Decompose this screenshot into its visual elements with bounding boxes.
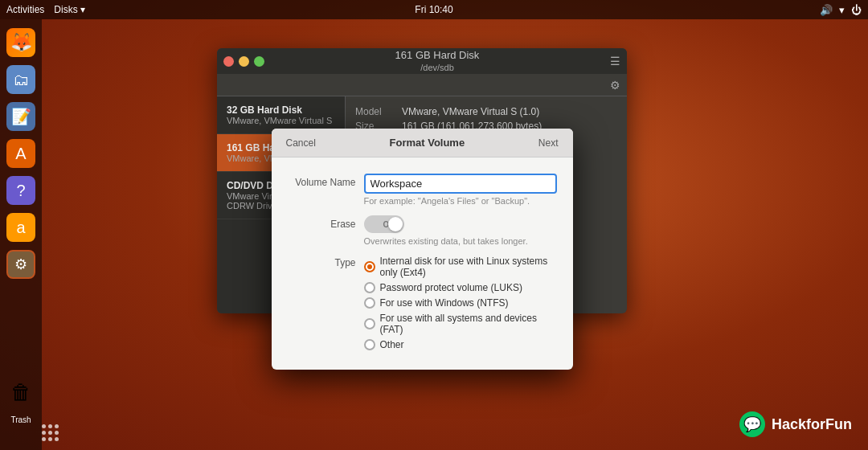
toggle-knob (388, 217, 403, 231)
disks-menu-button[interactable]: Disks ▾ (54, 4, 85, 15)
volume-name-input[interactable] (364, 174, 557, 194)
sidebar-item-help[interactable]: ? (4, 174, 38, 207)
sidebar-item-appstore[interactable]: A (4, 137, 38, 170)
type-option-ntfs[interactable]: For use with Windows (NTFS) (364, 297, 557, 309)
volume-icon[interactable]: 🔊 (820, 4, 833, 16)
wechat-icon: 💬 (739, 411, 765, 437)
volume-name-hint: For example: "Angela's Files" or "Backup… (364, 196, 557, 206)
sidebar-item-text-editor[interactable]: 📝 (4, 100, 38, 133)
sidebar-item-firefox[interactable]: 🦊 (4, 26, 38, 59)
erase-content: OFF Overwrites existing data, but takes … (364, 215, 557, 246)
radio-fat (364, 318, 375, 329)
sidebar-item-disk-utility[interactable]: ⚙ (4, 248, 38, 281)
dialog-title: Format Volume (321, 137, 534, 149)
sidebar-item-amazon[interactable]: a (4, 211, 38, 244)
erase-hint: Overwrites existing data, but takes long… (364, 236, 557, 246)
volume-name-content: For example: "Angela's Files" or "Backup… (364, 174, 557, 206)
type-label: Type (288, 256, 364, 268)
type-row: Type Internal disk for use with Linux sy… (288, 256, 557, 350)
activities-button[interactable]: Activities (6, 4, 44, 15)
next-button[interactable]: Next (534, 136, 563, 150)
network-icon[interactable]: ▾ (839, 4, 845, 16)
type-option-luks[interactable]: Password protect volume (LUKS) (364, 282, 557, 293)
type-radio-group: Internal disk for use with Linux systems… (364, 256, 557, 350)
radio-ntfs (364, 297, 375, 309)
cancel-button[interactable]: Cancel (281, 136, 321, 150)
trash-label: Trash (10, 415, 31, 424)
datetime-label: Fri 10:40 (415, 4, 452, 15)
app-grid-button[interactable] (42, 424, 61, 444)
watermark: 💬 HackforFun (739, 411, 852, 437)
dialog-body: Volume Name For example: "Angela's Files… (272, 158, 573, 370)
sidebar-item-files[interactable]: 🗂 (4, 63, 38, 96)
radio-other (364, 339, 375, 350)
volume-name-row: Volume Name For example: "Angela's Files… (288, 174, 557, 206)
format-volume-dialog: Cancel Format Volume Next Volume Name Fo… (272, 129, 573, 370)
power-icon[interactable]: ⏻ (851, 4, 862, 16)
sidebar: 🦊 🗂 📝 A ? a (0, 19, 42, 450)
erase-toggle[interactable]: OFF (364, 215, 557, 233)
type-option-fat[interactable]: For use with all systems and devices (FA… (364, 313, 557, 335)
erase-row: Erase OFF Overwrites existing data, but … (288, 215, 557, 246)
radio-ext4 (364, 261, 375, 272)
type-option-ext4[interactable]: Internal disk for use with Linux systems… (364, 256, 557, 278)
radio-luks (364, 282, 375, 293)
erase-label: Erase (288, 215, 364, 230)
type-option-other[interactable]: Other (364, 339, 557, 350)
topbar: Activities Disks ▾ Fri 10:40 🔊 ▾ ⏻ (0, 0, 868, 19)
desktop: Activities Disks ▾ Fri 10:40 🔊 ▾ ⏻ 🦊 🗂 (0, 0, 868, 450)
dialog-titlebar: Cancel Format Volume Next (272, 129, 573, 158)
type-section: Type Internal disk for use with Linux sy… (288, 256, 557, 350)
volume-name-label: Volume Name (288, 174, 364, 188)
dialog-overlay: Cancel Format Volume Next Volume Name Fo… (217, 48, 627, 313)
sidebar-item-trash[interactable]: 🗑 (4, 375, 38, 409)
watermark-text: HackforFun (772, 416, 852, 433)
